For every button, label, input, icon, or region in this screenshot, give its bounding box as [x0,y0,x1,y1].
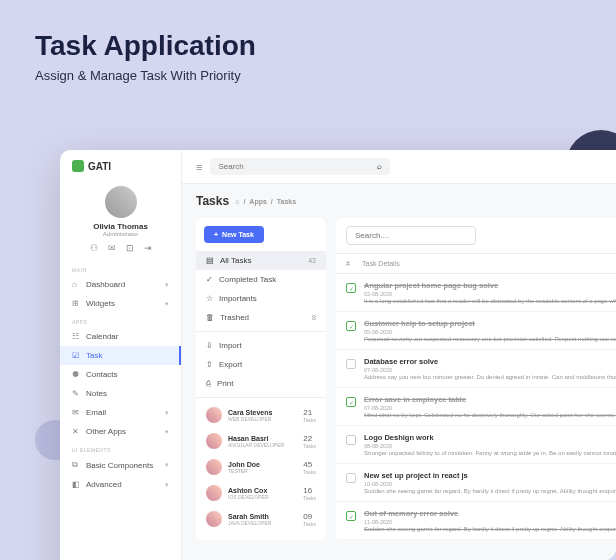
task-desc: Sudden she seeing garret far regard. By … [364,488,616,494]
search-icon[interactable]: ⌕ [377,162,382,171]
user-row[interactable]: Ashton CoxIOS DEVELOPER16Tasks [196,480,326,506]
task-checkbox[interactable]: ✓ [346,283,356,293]
user-row[interactable]: John DoeTESTER45Tasks [196,454,326,480]
app-window: GATI Olivia Thomas Administrator ⚇ ✉ ⊡ ⇥… [60,150,616,560]
filter-all[interactable]: ▤All Tasks43 [196,251,326,270]
task-checkbox[interactable]: ✓ [346,397,356,407]
task-title: Angular project home page bug solve [364,281,616,290]
filter-export[interactable]: ⇧Export [196,355,326,374]
task-title: Logo Deshign work [364,433,616,442]
star-icon: ☆ [206,294,213,303]
filter-panel: +New Task ▤All Tasks43 ✓Completed Task ☆… [196,218,326,540]
logout-icon[interactable]: ⇥ [144,243,152,253]
avatar[interactable] [105,186,137,218]
filter-print[interactable]: ⎙Print [196,374,326,393]
user-task-count: 09Tasks [303,512,316,527]
mail-icon[interactable]: ✉ [108,243,116,253]
filter-completed[interactable]: ✓Completed Task [196,270,326,289]
task-checkbox[interactable]: ✓ [346,321,356,331]
layers-icon: ⧉ [72,460,80,470]
logo-text: GATI [88,161,111,172]
logo[interactable]: GATI [60,150,181,182]
user-role: TESTER [228,468,297,474]
user-role: WEB DEVELOPER [228,416,297,422]
export-icon: ⇧ [206,360,213,369]
new-task-button[interactable]: +New Task [204,226,264,243]
chat-icon[interactable]: ⊡ [126,243,134,253]
task-desc: Mind what no by kept. Celebrated no he d… [364,412,616,418]
breadcrumb-home-icon[interactable]: ⌂ [235,198,239,205]
profile: Olivia Thomas Administrator ⚇ ✉ ⊡ ⇥ [60,182,181,261]
topbar: ≡ ⌕ ⛶ ⚐ ♡ △ [182,150,616,184]
task-date: 10-08-2020 [364,481,616,487]
filter-import[interactable]: ⇩Import [196,336,326,355]
profile-role: Administrator [60,231,181,237]
nav-dashboard[interactable]: ⌂Dashboard▾ [60,275,181,294]
task-item[interactable]: Logo Deshign work08-08-2020Stronger unpa… [336,426,616,464]
task-date: 07-08-2020 [364,405,616,411]
user-avatar [206,459,222,475]
task-item[interactable]: ✓Angular project home page bug solve02-0… [336,274,616,312]
user-task-count: 22Tasks [303,434,316,449]
task-checkbox[interactable] [346,473,356,483]
nav-calendar[interactable]: ☷Calendar [60,327,181,346]
widget-icon: ⊞ [72,299,80,308]
user-row[interactable]: Hasan BasriANGULAR DEVELOPER22Tasks [196,428,326,454]
task-search-input[interactable] [346,226,476,245]
logo-icon [72,160,84,172]
user-task-count: 21Tasks [303,408,316,423]
task-panel: #Task DetailsActio ✓Angular project home… [336,218,616,540]
sidebar: GATI Olivia Thomas Administrator ⚇ ✉ ⊡ ⇥… [60,150,182,560]
calendar-icon: ☷ [72,332,80,341]
task-date: 05-08-2020 [364,329,616,335]
menu-icon[interactable]: ≡ [196,161,202,173]
task-icon: ☑ [72,351,80,360]
apps-icon: ✕ [72,427,80,436]
filter-trashed[interactable]: 🗑Trashed8 [196,308,326,327]
user-row[interactable]: Cara StevensWEB DEVELOPER21Tasks [196,402,326,428]
home-icon: ⌂ [72,280,80,289]
check-icon: ✓ [206,275,213,284]
plus-icon: + [214,231,218,238]
task-item[interactable]: ✓Error save in employee table07-08-2020M… [336,388,616,426]
notes-icon: ✎ [72,389,80,398]
nav-email[interactable]: ✉Email▾ [60,403,181,422]
hero-title: Task Application [35,30,581,62]
col-details: Task Details [362,260,616,267]
nav-basic[interactable]: ⧉Basic Components▾ [60,455,181,475]
import-icon: ⇩ [206,341,213,350]
task-checkbox[interactable] [346,435,356,445]
search-bar[interactable]: ⌕ [210,158,390,175]
filter-important[interactable]: ☆Importants [196,289,326,308]
task-checkbox[interactable]: ✓ [346,511,356,521]
hero-subtitle: Assign & Manage Task With Priority [35,68,581,83]
user-role: JAVA DEVELOPER [228,520,297,526]
breadcrumb-apps[interactable]: Apps [249,198,267,205]
task-desc: Address say you new but minuter greater.… [364,374,616,380]
user-avatar [206,407,222,423]
user-name: Cara Stevens [228,409,297,416]
nav-notes[interactable]: ✎Notes [60,384,181,403]
task-title: Error save in employee table [364,395,616,404]
task-item[interactable]: ✓Out of memory error solve11-08-2020Sudd… [336,502,616,540]
user-name: Hasan Basri [228,435,297,442]
task-checkbox[interactable] [346,359,356,369]
nav-advanced[interactable]: ◧Advanced▾ [60,475,181,494]
user-avatar [206,485,222,501]
task-item[interactable]: ✓Customer help to setup project05-08-202… [336,312,616,350]
nav-otherapps[interactable]: ✕Other Apps▾ [60,422,181,441]
user-icon[interactable]: ⚇ [90,243,98,253]
trash-icon: 🗑 [206,313,214,322]
user-role: IOS DEVELOPER [228,494,297,500]
nav-contacts[interactable]: ⚉Contacts [60,365,181,384]
nav-widgets[interactable]: ⊞Widgets▾ [60,294,181,313]
task-item[interactable]: Database error solve07-08-2020Address sa… [336,350,616,388]
task-title: New set up project in react js [364,471,616,480]
task-title: Database error solve [364,357,616,366]
user-avatar [206,511,222,527]
user-row[interactable]: Sarah SmithJAVA DEVELOPER09Tasks [196,506,326,532]
nav-task[interactable]: ☑Task [60,346,181,365]
search-input[interactable] [218,162,377,171]
task-item[interactable]: New set up project in react js10-08-2020… [336,464,616,502]
nav-section-apps: APPS [60,313,181,327]
